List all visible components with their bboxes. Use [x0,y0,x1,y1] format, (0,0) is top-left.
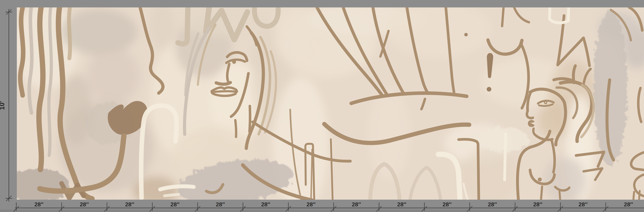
panel-width-label: 28″ [170,201,180,208]
panel-width-label: 28″ [442,201,452,208]
panel-width-label: 28″ [352,201,361,208]
panel-width-label: 28″ [488,201,497,208]
mural-preview: 10′ 28″28″28″28″28″28″28″28″28″28″28″28″… [0,0,644,212]
panel-width-label: 28″ [125,201,134,208]
panel-width-label: 28″ [578,201,588,208]
panel-width-label: 28″ [216,201,225,208]
panel-width-label: 28″ [306,201,316,208]
panel-width-label: 28″ [624,201,633,208]
height-label: 10′ [0,101,6,110]
mural-canvas [5,0,644,212]
panel-width-label: 28″ [397,201,406,208]
panel-width-label: 28″ [533,201,542,208]
panel-width-label: 28″ [261,201,270,208]
mural-artwork: 10′ 28″28″28″28″28″28″28″28″28″28″28″28″… [0,0,644,212]
panel-width-label: 28″ [80,201,89,208]
frame-bottom-strip [0,210,644,212]
panel-width-label: 28″ [34,201,44,208]
